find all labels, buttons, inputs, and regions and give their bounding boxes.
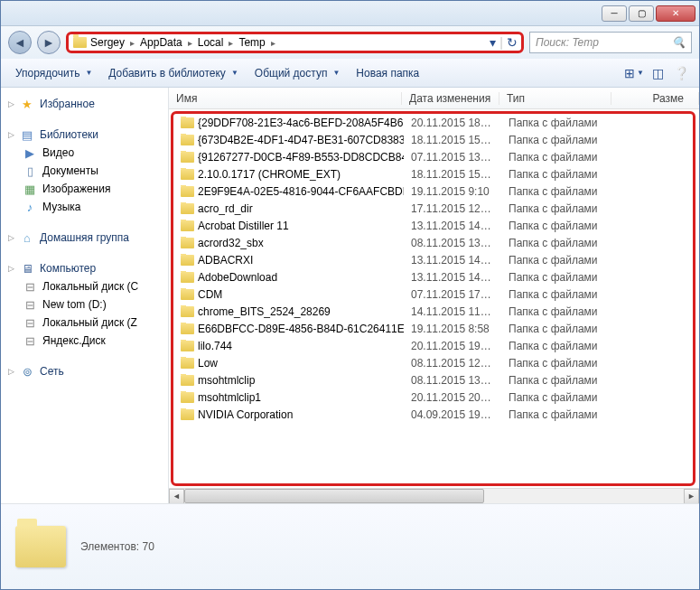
file-date-cell: 19.11.2015 8:58 xyxy=(404,323,501,335)
lib-icon: ▤ xyxy=(20,127,34,142)
file-date-cell: 08.11.2015 13:59 xyxy=(404,374,501,387)
folder-icon xyxy=(181,289,194,300)
sidebar-item-label: New tom (D:) xyxy=(42,298,107,311)
file-date-cell: 07.11.2015 17:33 xyxy=(404,288,501,301)
table-row[interactable]: msohtmlclip08.11.2015 13:59Папка с файла… xyxy=(173,371,693,389)
breadcrumb-segment[interactable]: Local xyxy=(194,34,228,51)
table-row[interactable]: E66DBFCC-D89E-4856-B84D-61C26411E03E19.1… xyxy=(173,320,693,337)
explorer-window: ─ ▢ ✕ ◄ ► Sergey▸AppData▸Local▸Temp▸ ▾ |… xyxy=(0,0,700,590)
breadcrumb-segment[interactable]: Temp xyxy=(235,34,268,51)
sidebar-group-Домашняя группа[interactable]: ▷⌂Домашняя группа xyxy=(1,229,168,247)
organize-button[interactable]: Упорядочить▼ xyxy=(8,63,99,83)
file-type-cell: Папка с файлами xyxy=(501,237,613,249)
folder-icon xyxy=(181,341,194,351)
file-date-cell: 19.11.2015 9:10 xyxy=(404,185,501,198)
search-icon: 🔍 xyxy=(672,36,686,49)
table-row[interactable]: 2.10.0.1717 (CHROME_EXT)18.11.2015 15:27… xyxy=(173,165,693,183)
sidebar-item[interactable]: ⊟Локальный диск (C xyxy=(1,277,168,295)
maximize-button[interactable]: ▢ xyxy=(629,5,654,22)
chevron-right-icon[interactable]: ▸ xyxy=(130,38,135,48)
minimize-button[interactable]: ─ xyxy=(602,5,627,22)
sidebar-item[interactable]: ▯Документы xyxy=(1,162,168,180)
expand-icon: ▷ xyxy=(8,367,14,376)
scroll-thumb[interactable] xyxy=(184,489,484,503)
folder-icon xyxy=(181,203,194,214)
table-row[interactable]: acro_rd_dir17.11.2015 12:51Папка с файла… xyxy=(173,200,693,217)
address-row: ◄ ► Sergey▸AppData▸Local▸Temp▸ ▾ | ↻ Пои… xyxy=(1,26,699,59)
sidebar-group-Компьютер[interactable]: ▷🖥Компьютер xyxy=(1,259,168,277)
expand-icon: ▷ xyxy=(8,130,14,139)
table-row[interactable]: lilo.74420.11.2015 19:05Папка с файлами xyxy=(173,337,693,354)
table-row[interactable]: 2E9F9E4A-02E5-4816-9044-CF6AAFCBDF8B19.1… xyxy=(173,183,693,200)
breadcrumb-segment[interactable]: Sergey xyxy=(87,34,128,51)
back-button[interactable]: ◄ xyxy=(8,31,32,54)
sidebar-item[interactable]: ▶Видео xyxy=(1,144,168,162)
sidebar-item[interactable]: ♪Музыка xyxy=(1,198,168,216)
details-pane: Элементов: 70 xyxy=(1,503,699,589)
table-row[interactable]: AdobeDownload13.11.2015 14:22Папка с фай… xyxy=(173,268,693,286)
table-row[interactable]: acrord32_sbx08.11.2015 13:19Папка с файл… xyxy=(173,234,693,251)
new-folder-button[interactable]: Новая папка xyxy=(349,63,426,83)
scroll-left-button[interactable]: ◄ xyxy=(169,489,184,504)
sidebar-group-Сеть[interactable]: ▷⊚Сеть xyxy=(1,362,168,380)
scroll-track[interactable] xyxy=(184,489,684,503)
breadcrumb-segment[interactable]: AppData xyxy=(136,34,186,51)
sidebar-item[interactable]: ▦Изображения xyxy=(1,180,168,198)
table-row[interactable]: Low08.11.2015 12:52Папка с файлами xyxy=(173,354,693,371)
table-row[interactable]: {91267277-D0CB-4F89-B553-DD8CDCB84...07.… xyxy=(173,148,693,165)
table-row[interactable]: chrome_BITS_2524_2826914.11.2015 11:07Па… xyxy=(173,303,693,320)
table-row[interactable]: msohtmlclip120.11.2015 20:44Папка с файл… xyxy=(173,389,693,406)
help-button[interactable]: ❔ xyxy=(670,62,692,84)
table-row[interactable]: {673D4B2E-4DF1-4D47-BE31-607CD83833...18… xyxy=(173,131,693,148)
sidebar-group-Избранное[interactable]: ▷★Избранное xyxy=(1,95,168,113)
file-date-cell: 20.11.2015 18:14 xyxy=(404,117,501,129)
sidebar-item[interactable]: ⊟Локальный диск (Z xyxy=(1,314,168,332)
horizontal-scrollbar[interactable]: ◄ ► xyxy=(169,488,699,503)
sidebar-item[interactable]: ⊟Яндекс.Диск xyxy=(1,332,168,350)
titlebar[interactable]: ─ ▢ ✕ xyxy=(1,1,699,26)
forward-button[interactable]: ► xyxy=(37,31,61,54)
folder-icon xyxy=(181,238,194,248)
close-button[interactable]: ✕ xyxy=(656,5,695,22)
share-button[interactable]: Общий доступ▼ xyxy=(247,63,348,83)
breadcrumb: Sergey▸AppData▸Local▸Temp▸ xyxy=(87,34,275,51)
table-row[interactable]: {29DDF708-21E3-4ac6-BEFD-208A5F4B6B...20… xyxy=(173,114,693,131)
search-input[interactable]: Поиск: Temp 🔍 xyxy=(529,32,692,53)
address-bar[interactable]: Sergey▸AppData▸Local▸Temp▸ ▾ | ↻ xyxy=(66,32,524,53)
add-to-library-button[interactable]: Добавить в библиотеку▼ xyxy=(101,63,245,83)
file-name-cell: E66DBFCC-D89E-4856-B84D-61C26411E03E xyxy=(173,323,404,335)
table-row[interactable]: CDM07.11.2015 17:33Папка с файлами xyxy=(173,286,693,303)
sidebar-item[interactable]: ⊟New tom (D:) xyxy=(1,295,168,314)
chevron-right-icon[interactable]: ▸ xyxy=(229,38,233,48)
file-list[interactable]: {29DDF708-21E3-4ac6-BEFD-208A5F4B6B...20… xyxy=(173,114,693,483)
table-row[interactable]: NVIDIA Corporation04.09.2015 19:01Папка … xyxy=(173,406,693,423)
scroll-right-button[interactable]: ► xyxy=(684,489,699,504)
dropdown-icon[interactable]: ▾ xyxy=(490,35,496,50)
column-type[interactable]: Тип xyxy=(499,92,611,105)
folder-icon xyxy=(72,35,87,50)
refresh-icon[interactable]: ↻ xyxy=(507,35,518,50)
preview-pane-button[interactable]: ◫ xyxy=(647,62,668,84)
sidebar-item-label: Изображения xyxy=(42,183,110,195)
navigation-sidebar[interactable]: ▷★Избранное▷▤Библиотеки▶Видео▯Документы▦… xyxy=(1,88,169,503)
column-size[interactable]: Разме xyxy=(611,92,699,105)
file-list-highlight: {29DDF708-21E3-4ac6-BEFD-208A5F4B6B...20… xyxy=(171,111,695,486)
file-name-cell: {673D4B2E-4DF1-4D47-BE31-607CD83833... xyxy=(173,134,404,146)
sidebar-group-Библиотеки[interactable]: ▷▤Библиотеки xyxy=(1,126,168,144)
chevron-right-icon[interactable]: ▸ xyxy=(188,38,192,48)
file-type-cell: Папка с файлами xyxy=(501,340,613,352)
column-date[interactable]: Дата изменения xyxy=(402,92,499,105)
file-date-cell: 17.11.2015 12:51 xyxy=(404,202,501,215)
item-count: Элементов: 70 xyxy=(80,540,154,553)
file-name-cell: 2.10.0.1717 (CHROME_EXT) xyxy=(173,168,404,181)
folder-icon xyxy=(181,392,194,403)
chevron-right-icon[interactable]: ▸ xyxy=(271,38,275,48)
table-row[interactable]: ADBACRXI13.11.2015 14:23Папка с файлами xyxy=(173,251,693,268)
column-name[interactable]: Имя xyxy=(169,92,402,105)
view-options-button[interactable]: ⊞▼ xyxy=(623,62,645,84)
file-type-cell: Папка с файлами xyxy=(501,288,613,301)
table-row[interactable]: Acrobat Distiller 1113.11.2015 14:22Папк… xyxy=(173,217,693,234)
folder-icon xyxy=(181,186,194,197)
file-type-cell: Папка с файлами xyxy=(501,391,613,404)
file-date-cell: 07.11.2015 13:29 xyxy=(404,151,501,164)
